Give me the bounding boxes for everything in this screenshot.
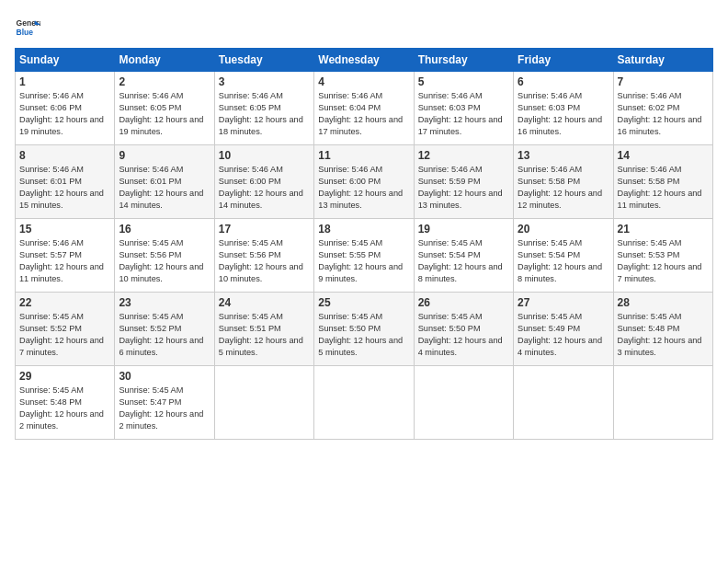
logo: General Blue xyxy=(15,15,40,40)
calendar-day: 5 Sunrise: 5:46 AMSunset: 6:03 PMDayligh… xyxy=(414,72,513,145)
calendar-day: 8 Sunrise: 5:46 AMSunset: 6:01 PMDayligh… xyxy=(16,145,115,219)
day-number: 17 xyxy=(219,223,310,236)
day-info: Sunrise: 5:46 AMSunset: 6:05 PMDaylight:… xyxy=(219,91,303,136)
day-number: 3 xyxy=(219,75,310,88)
calendar-week-row: 22 Sunrise: 5:45 AMSunset: 5:52 PMDaylig… xyxy=(16,293,713,366)
day-number: 28 xyxy=(618,296,709,309)
calendar-table: SundayMondayTuesdayWednesdayThursdayFrid… xyxy=(15,48,713,440)
day-info: Sunrise: 5:45 AMSunset: 5:56 PMDaylight:… xyxy=(119,238,203,283)
calendar-day: 4 Sunrise: 5:46 AMSunset: 6:04 PMDayligh… xyxy=(314,72,414,145)
calendar-day: 25 Sunrise: 5:45 AMSunset: 5:50 PMDaylig… xyxy=(314,293,414,366)
day-info: Sunrise: 5:46 AMSunset: 6:00 PMDaylight:… xyxy=(318,165,403,210)
day-number: 11 xyxy=(318,149,409,162)
day-number: 26 xyxy=(418,296,509,309)
day-number: 25 xyxy=(318,296,409,309)
calendar-day: 15 Sunrise: 5:46 AMSunset: 5:57 PMDaylig… xyxy=(16,219,115,293)
day-info: Sunrise: 5:45 AMSunset: 5:51 PMDaylight:… xyxy=(219,312,303,357)
calendar-day: 19 Sunrise: 5:45 AMSunset: 5:54 PMDaylig… xyxy=(414,219,513,293)
day-number: 16 xyxy=(119,223,210,236)
day-number: 9 xyxy=(119,149,210,162)
day-number: 4 xyxy=(318,75,409,88)
calendar-day: 9 Sunrise: 5:46 AMSunset: 6:01 PMDayligh… xyxy=(115,145,214,219)
day-info: Sunrise: 5:46 AMSunset: 6:03 PMDaylight:… xyxy=(418,91,503,136)
day-info: Sunrise: 5:46 AMSunset: 5:58 PMDaylight:… xyxy=(518,165,602,210)
day-info: Sunrise: 5:46 AMSunset: 6:06 PMDaylight:… xyxy=(19,91,104,136)
day-number: 10 xyxy=(219,149,310,162)
day-number: 2 xyxy=(119,75,210,88)
calendar-day xyxy=(414,366,513,440)
weekday-header: Thursday xyxy=(414,49,513,72)
calendar-day: 20 Sunrise: 5:45 AMSunset: 5:54 PMDaylig… xyxy=(514,219,613,293)
day-number: 22 xyxy=(19,296,110,309)
calendar-week-row: 15 Sunrise: 5:46 AMSunset: 5:57 PMDaylig… xyxy=(16,219,713,293)
logo-icon: General Blue xyxy=(15,15,40,40)
calendar-day: 10 Sunrise: 5:46 AMSunset: 6:00 PMDaylig… xyxy=(214,145,313,219)
day-info: Sunrise: 5:45 AMSunset: 5:52 PMDaylight:… xyxy=(119,312,203,357)
day-info: Sunrise: 5:46 AMSunset: 5:58 PMDaylight:… xyxy=(618,165,702,210)
calendar-day: 23 Sunrise: 5:45 AMSunset: 5:52 PMDaylig… xyxy=(115,293,214,366)
svg-text:Blue: Blue xyxy=(17,28,34,37)
day-info: Sunrise: 5:45 AMSunset: 5:54 PMDaylight:… xyxy=(518,238,602,283)
day-number: 12 xyxy=(418,149,509,162)
calendar-day: 26 Sunrise: 5:45 AMSunset: 5:50 PMDaylig… xyxy=(414,293,513,366)
weekday-header: Monday xyxy=(115,49,214,72)
day-number: 20 xyxy=(518,223,609,236)
day-number: 24 xyxy=(219,296,310,309)
calendar-day: 27 Sunrise: 5:45 AMSunset: 5:49 PMDaylig… xyxy=(514,293,613,366)
calendar-day: 21 Sunrise: 5:45 AMSunset: 5:53 PMDaylig… xyxy=(613,219,712,293)
calendar-day: 14 Sunrise: 5:46 AMSunset: 5:58 PMDaylig… xyxy=(613,145,712,219)
weekday-header: Sunday xyxy=(16,49,115,72)
day-info: Sunrise: 5:46 AMSunset: 6:03 PMDaylight:… xyxy=(518,91,602,136)
day-info: Sunrise: 5:45 AMSunset: 5:48 PMDaylight:… xyxy=(618,312,702,357)
day-info: Sunrise: 5:45 AMSunset: 5:56 PMDaylight:… xyxy=(219,238,303,283)
day-number: 18 xyxy=(318,223,409,236)
day-number: 29 xyxy=(19,370,110,383)
calendar-day: 29 Sunrise: 5:45 AMSunset: 5:48 PMDaylig… xyxy=(16,366,115,440)
calendar-week-row: 8 Sunrise: 5:46 AMSunset: 6:01 PMDayligh… xyxy=(16,145,713,219)
day-info: Sunrise: 5:46 AMSunset: 6:01 PMDaylight:… xyxy=(119,165,203,210)
calendar-week-row: 29 Sunrise: 5:45 AMSunset: 5:48 PMDaylig… xyxy=(16,366,713,440)
day-info: Sunrise: 5:45 AMSunset: 5:55 PMDaylight:… xyxy=(318,238,403,283)
calendar-day xyxy=(314,366,414,440)
weekday-header: Wednesday xyxy=(314,49,414,72)
day-info: Sunrise: 5:45 AMSunset: 5:54 PMDaylight:… xyxy=(418,238,503,283)
day-number: 23 xyxy=(119,296,210,309)
day-info: Sunrise: 5:45 AMSunset: 5:47 PMDaylight:… xyxy=(119,385,203,431)
day-number: 7 xyxy=(618,75,709,88)
day-number: 21 xyxy=(618,223,709,236)
calendar-day: 7 Sunrise: 5:46 AMSunset: 6:02 PMDayligh… xyxy=(613,72,712,145)
calendar-day: 30 Sunrise: 5:45 AMSunset: 5:47 PMDaylig… xyxy=(115,366,214,440)
calendar-day: 22 Sunrise: 5:45 AMSunset: 5:52 PMDaylig… xyxy=(16,293,115,366)
calendar-day: 11 Sunrise: 5:46 AMSunset: 6:00 PMDaylig… xyxy=(314,145,414,219)
day-info: Sunrise: 5:45 AMSunset: 5:48 PMDaylight:… xyxy=(19,385,104,431)
calendar-day: 16 Sunrise: 5:45 AMSunset: 5:56 PMDaylig… xyxy=(115,219,214,293)
calendar-day: 1 Sunrise: 5:46 AMSunset: 6:06 PMDayligh… xyxy=(16,72,115,145)
day-number: 27 xyxy=(518,296,609,309)
day-info: Sunrise: 5:45 AMSunset: 5:50 PMDaylight:… xyxy=(318,312,403,357)
day-info: Sunrise: 5:46 AMSunset: 5:57 PMDaylight:… xyxy=(19,238,104,283)
day-info: Sunrise: 5:46 AMSunset: 5:59 PMDaylight:… xyxy=(418,165,503,210)
calendar-day: 28 Sunrise: 5:45 AMSunset: 5:48 PMDaylig… xyxy=(613,293,712,366)
calendar-day: 17 Sunrise: 5:45 AMSunset: 5:56 PMDaylig… xyxy=(214,219,313,293)
day-info: Sunrise: 5:46 AMSunset: 6:00 PMDaylight:… xyxy=(219,165,303,210)
weekday-header: Friday xyxy=(514,49,613,72)
day-info: Sunrise: 5:45 AMSunset: 5:50 PMDaylight:… xyxy=(418,312,503,357)
calendar-day xyxy=(214,366,313,440)
day-number: 30 xyxy=(119,370,210,383)
calendar-day: 18 Sunrise: 5:45 AMSunset: 5:55 PMDaylig… xyxy=(314,219,414,293)
page-header: General Blue xyxy=(15,15,713,40)
calendar-day: 2 Sunrise: 5:46 AMSunset: 6:05 PMDayligh… xyxy=(115,72,214,145)
day-info: Sunrise: 5:46 AMSunset: 6:04 PMDaylight:… xyxy=(318,91,403,136)
calendar-header-row: SundayMondayTuesdayWednesdayThursdayFrid… xyxy=(16,49,713,72)
calendar-body: 1 Sunrise: 5:46 AMSunset: 6:06 PMDayligh… xyxy=(16,72,713,440)
day-number: 8 xyxy=(19,149,110,162)
day-info: Sunrise: 5:45 AMSunset: 5:52 PMDaylight:… xyxy=(19,312,104,357)
calendar-week-row: 1 Sunrise: 5:46 AMSunset: 6:06 PMDayligh… xyxy=(16,72,713,145)
day-info: Sunrise: 5:45 AMSunset: 5:53 PMDaylight:… xyxy=(618,238,702,283)
day-number: 14 xyxy=(618,149,709,162)
calendar-day: 13 Sunrise: 5:46 AMSunset: 5:58 PMDaylig… xyxy=(514,145,613,219)
weekday-header: Saturday xyxy=(613,49,712,72)
day-number: 19 xyxy=(418,223,509,236)
calendar-day: 3 Sunrise: 5:46 AMSunset: 6:05 PMDayligh… xyxy=(214,72,313,145)
day-number: 5 xyxy=(418,75,509,88)
